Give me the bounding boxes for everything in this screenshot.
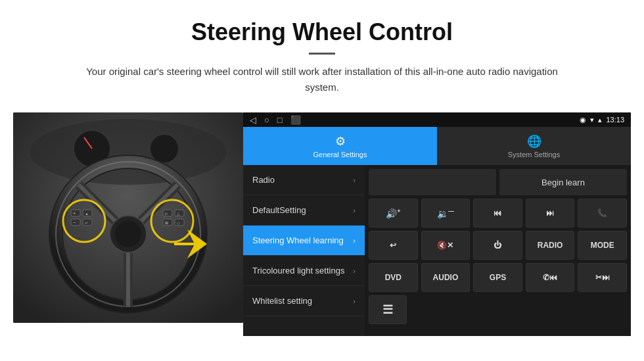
svg-text:↩: ↩ <box>85 221 88 225</box>
svg-point-1 <box>30 119 227 185</box>
menu-item-radio[interactable]: Radio › <box>243 165 365 195</box>
menu-item-tricoloured[interactable]: Tricoloured light settings › <box>243 256 365 286</box>
prev-track-icon: ⏮ <box>494 208 501 218</box>
power-icon: ⏻ <box>494 241 501 250</box>
svg-text:△: △ <box>177 212 180 216</box>
general-settings-icon: ⚙ <box>335 134 346 149</box>
audio-button[interactable]: AUDIO <box>421 263 471 292</box>
list-icon: ☰ <box>382 302 393 317</box>
nav-home-icon[interactable]: ○ <box>264 115 269 125</box>
dvd-label: DVD <box>385 273 402 282</box>
menu-tricoloured-label: Tricoloured light settings <box>252 266 344 276</box>
control-row-2: 🔊+ 🔉— ⏮ ⏭ 📞 <box>369 199 627 228</box>
nav-square-icon[interactable]: □ <box>277 115 283 125</box>
control-row-4: DVD AUDIO GPS ✆⏮ ✂⏭ <box>369 263 627 292</box>
menu-item-whitelist[interactable]: Whitelist setting › <box>243 286 365 316</box>
location-icon: ◉ <box>580 116 586 124</box>
nav-other-icon[interactable]: ⬛ <box>290 115 301 125</box>
menu-steering-label: Steering Wheel learning <box>252 235 344 245</box>
vol-down-icon: 🔉— <box>437 208 454 219</box>
chevron-icon-whitelist: › <box>353 297 356 305</box>
steering-wheel-image: + − ▲ ↩ ▷ ⊞ △ ◇ <box>13 112 243 323</box>
signal-icon: ▴ <box>598 116 602 124</box>
mute-icon: 🔇✕ <box>437 241 453 250</box>
prev-track-button[interactable]: ⏮ <box>473 199 522 228</box>
back-button[interactable]: ↩ <box>369 231 418 260</box>
menu-item-steering[interactable]: Steering Wheel learning › <box>243 226 365 256</box>
time-display: 13:13 <box>606 116 624 124</box>
list-button[interactable]: ☰ <box>369 295 407 324</box>
status-bar-info: ◉ ▾ ▴ 13:13 <box>580 116 624 124</box>
page-description: Your original car's steering wheel contr… <box>72 64 572 95</box>
phone-next-icon: ✂⏭ <box>595 273 610 282</box>
next-track-button[interactable]: ⏭ <box>526 199 575 228</box>
tab-system[interactable]: 🌐 System Settings <box>437 127 631 165</box>
tab-general-label: General Settings <box>313 151 367 158</box>
begin-learn-button[interactable]: Begin learn <box>499 169 627 195</box>
empty-box <box>369 169 496 195</box>
svg-point-15 <box>115 221 141 247</box>
svg-text:−: − <box>73 220 76 225</box>
tab-system-label: System Settings <box>508 151 560 158</box>
power-button[interactable]: ⏻ <box>473 231 522 260</box>
system-settings-icon: 🌐 <box>527 134 541 149</box>
audio-label: AUDIO <box>433 273 459 282</box>
menu-radio-label: Radio <box>252 175 275 185</box>
chevron-icon-steering: › <box>353 237 356 245</box>
radio-button[interactable]: RADIO <box>526 231 575 260</box>
back-icon: ↩ <box>390 241 396 250</box>
radio-label: RADIO <box>538 241 563 250</box>
control-row-3: ↩ 🔇✕ ⏻ RADIO MODE <box>369 231 627 260</box>
phone-button[interactable]: 📞 <box>578 199 627 228</box>
svg-text:◇: ◇ <box>177 221 180 225</box>
chevron-icon-default: › <box>353 206 356 214</box>
content-area: + − ▲ ↩ ▷ ⊞ △ ◇ ◁ ○ <box>13 112 631 336</box>
status-bar: ◁ ○ □ ⬛ ◉ ▾ ▴ 13:13 <box>243 112 631 127</box>
tab-general[interactable]: ⚙ General Settings <box>243 127 437 165</box>
svg-text:+: + <box>73 211 76 216</box>
tab-bar: ⚙ General Settings 🌐 System Settings <box>243 127 631 165</box>
mode-button[interactable]: MODE <box>578 231 627 260</box>
svg-text:▷: ▷ <box>165 212 168 216</box>
next-track-icon: ⏭ <box>546 208 554 218</box>
gps-label: GPS <box>490 273 506 282</box>
vol-up-button[interactable]: 🔊+ <box>369 199 418 228</box>
svg-point-3 <box>150 134 179 163</box>
dvd-button[interactable]: DVD <box>369 263 418 292</box>
nav-back-icon[interactable]: ◁ <box>250 115 256 125</box>
vol-up-icon: 🔊+ <box>386 208 400 219</box>
title-divider <box>309 53 335 55</box>
mode-label: MODE <box>591 241 614 250</box>
status-bar-nav: ◁ ○ □ ⬛ <box>250 115 301 125</box>
svg-text:⊞: ⊞ <box>165 221 168 225</box>
menu-whitelist-label: Whitelist setting <box>252 296 312 306</box>
page-header: Steering Wheel Control Your original car… <box>0 0 644 106</box>
gps-button[interactable]: GPS <box>473 263 522 292</box>
ui-panel: ◁ ○ □ ⬛ ◉ ▾ ▴ 13:13 ⚙ General Settings 🌐… <box>243 112 631 336</box>
control-row-1: Begin learn <box>369 169 627 195</box>
svg-text:▲: ▲ <box>85 212 89 216</box>
chevron-icon-tricoloured: › <box>353 267 356 275</box>
menu-default-label: DefaultSetting <box>252 205 306 215</box>
mute-button[interactable]: 🔇✕ <box>421 231 471 260</box>
left-menu: Radio › DefaultSetting › Steering Wheel … <box>243 165 365 336</box>
wifi-icon: ▾ <box>590 116 594 124</box>
phone-next-button[interactable]: ✂⏭ <box>578 263 627 292</box>
menu-item-default[interactable]: DefaultSetting › <box>243 195 365 226</box>
vol-down-button[interactable]: 🔉— <box>421 199 471 228</box>
panel-body: Radio › DefaultSetting › Steering Wheel … <box>243 165 631 336</box>
phone-icon: 📞 <box>597 208 607 218</box>
page-title: Steering Wheel Control <box>26 18 618 46</box>
chevron-icon-radio: › <box>353 176 356 184</box>
control-row-5: ☰ <box>369 295 627 324</box>
right-controls: Begin learn 🔊+ 🔉— ⏮ ⏭ <box>365 165 631 336</box>
phone-prev-icon: ✆⏮ <box>543 273 557 282</box>
phone-prev-button[interactable]: ✆⏮ <box>526 263 575 292</box>
